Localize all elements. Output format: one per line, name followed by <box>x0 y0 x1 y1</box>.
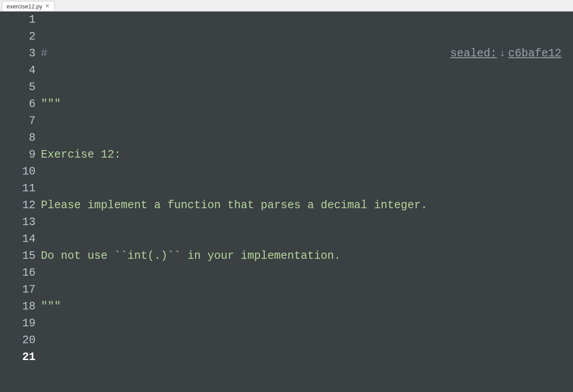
line-number: 17 <box>4 281 36 298</box>
line-number: 19 <box>4 315 36 332</box>
line-number: 16 <box>4 265 36 281</box>
arrow-down-icon: ↓ <box>500 45 505 62</box>
line-number: 18 <box>4 298 36 315</box>
line-number: 20 <box>4 332 36 349</box>
line-number: 11 <box>4 180 36 197</box>
code-editor[interactable]: 1 2 3 4 5 6 7 8 9 10 11 12 13 14 15 16 1… <box>0 12 573 392</box>
string-token: Do not use `` <box>41 248 127 265</box>
string-token: Please implement a function that parses … <box>41 197 427 214</box>
line-number: 10 <box>4 163 36 180</box>
line-number: 3 <box>4 45 36 62</box>
code-line[interactable]: Exercise 12: <box>41 147 565 163</box>
string-token: `` in your implementation. <box>167 248 341 265</box>
code-line[interactable]: #sealed:↓c6bafe12 <box>41 45 565 62</box>
line-number: 2 <box>4 28 36 45</box>
line-number: 1 <box>4 12 36 28</box>
tab-filename: exercise12.py <box>7 3 42 10</box>
code-line[interactable] <box>41 349 565 366</box>
sealed-badge-top[interactable]: sealed:↓c6bafe12 <box>450 45 565 62</box>
line-number: 13 <box>4 214 36 231</box>
code-line[interactable]: """ <box>41 96 565 113</box>
close-icon[interactable]: ✕ <box>45 3 50 9</box>
sealed-label: sealed: <box>450 45 497 62</box>
line-number: 4 <box>4 62 36 79</box>
line-number: 14 <box>4 231 36 248</box>
string-token: int(.) <box>127 248 167 265</box>
line-number: 12 <box>4 197 36 214</box>
string-token: Exercise 12: <box>41 147 121 163</box>
sealed-hash: c6bafe12 <box>508 45 561 62</box>
line-number: 5 <box>4 79 36 96</box>
file-tab[interactable]: exercise12.py ✕ <box>2 1 55 11</box>
line-number: 8 <box>4 130 36 147</box>
line-number: 6 <box>4 96 36 113</box>
code-area[interactable]: #sealed:↓c6bafe12 """ Exercise 12: Pleas… <box>41 12 573 392</box>
line-number: 9 <box>4 147 36 163</box>
string-token: """ <box>41 298 61 315</box>
code-line[interactable]: """ <box>41 298 565 315</box>
line-number: 7 <box>4 113 36 130</box>
code-line[interactable]: Do not use ``int(.)`` in your implementa… <box>41 248 565 265</box>
line-number: 21 <box>4 349 36 366</box>
comment-token: # <box>41 45 48 62</box>
line-number: 15 <box>4 248 36 265</box>
line-number-gutter: 1 2 3 4 5 6 7 8 9 10 11 12 13 14 15 16 1… <box>0 12 41 392</box>
string-token: """ <box>41 96 61 113</box>
code-line[interactable]: Please implement a function that parses … <box>41 197 565 214</box>
tab-bar: exercise12.py ✕ <box>0 0 573 12</box>
